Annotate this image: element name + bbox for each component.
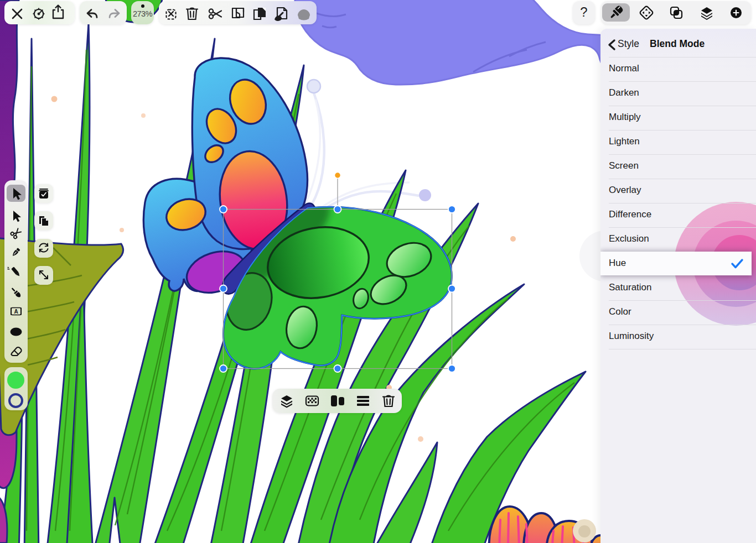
svg-text:A: A	[14, 309, 18, 315]
